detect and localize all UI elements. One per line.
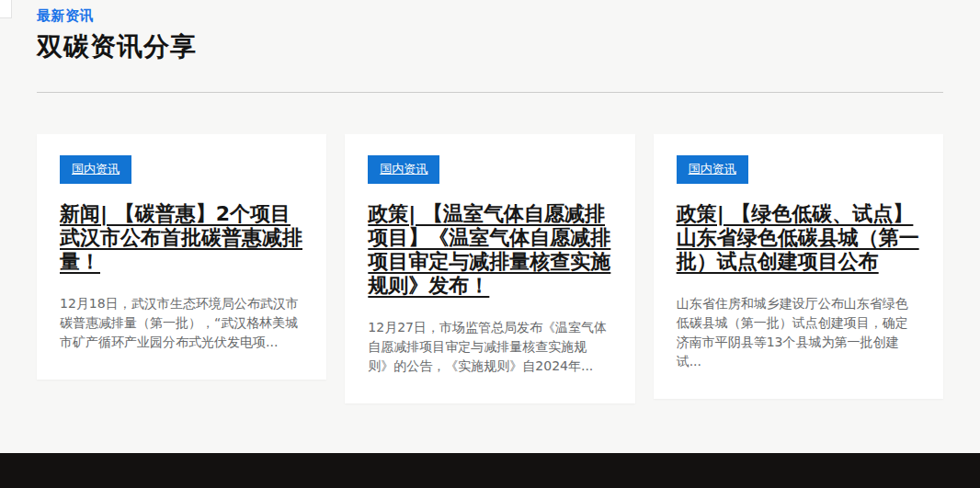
category-badge[interactable]: 国内资讯 [60,155,131,184]
news-card-title[interactable]: 政策| 【温室气体自愿减排项目】《温室气体自愿减排项目审定与减排量核查实施规则》… [368,202,611,298]
news-card-title[interactable]: 新闻| 【碳普惠】2个项目武汉市公布首批碳普惠减排量！ [60,202,303,274]
category-badge[interactable]: 国内资讯 [677,155,748,184]
section-divider [37,92,943,93]
scrollbar-corner-artifact [0,0,12,18]
news-card-title[interactable]: 政策| 【绿色低碳、试点】山东省绿色低碳县城（第一批）试点创建项目公布 [677,202,920,274]
news-card: 国内资讯 政策| 【绿色低碳、试点】山东省绿色低碳县城（第一批）试点创建项目公布… [654,134,943,399]
page-title: 双碳资讯分享 [37,29,943,64]
news-card-excerpt: 山东省住房和城乡建设厅公布山东省绿色低碳县城（第一批）试点创建项目，确定济南市平… [677,294,920,371]
news-card-list: 国内资讯 新闻| 【碳普惠】2个项目武汉市公布首批碳普惠减排量！ 12月18日，… [37,134,943,403]
news-section: 最新资讯 双碳资讯分享 国内资讯 新闻| 【碳普惠】2个项目武汉市公布首批碳普惠… [0,0,980,403]
news-card-excerpt: 12月27日，市场监管总局发布《温室气体自愿减排项目审定与减排量核查实施规则》的… [368,318,611,376]
category-badge[interactable]: 国内资讯 [368,155,439,184]
news-card: 国内资讯 政策| 【温室气体自愿减排项目】《温室气体自愿减排项目审定与减排量核查… [345,134,634,403]
news-card: 国内资讯 新闻| 【碳普惠】2个项目武汉市公布首批碳普惠减排量！ 12月18日，… [37,134,326,380]
section-header: 最新资讯 双碳资讯分享 [37,7,943,93]
section-eyebrow: 最新资讯 [37,7,943,25]
footer-bar [0,453,980,488]
news-card-excerpt: 12月18日，武汉市生态环境局公布武汉市碳普惠减排量（第一批），“武汉格林美城市… [60,294,303,352]
